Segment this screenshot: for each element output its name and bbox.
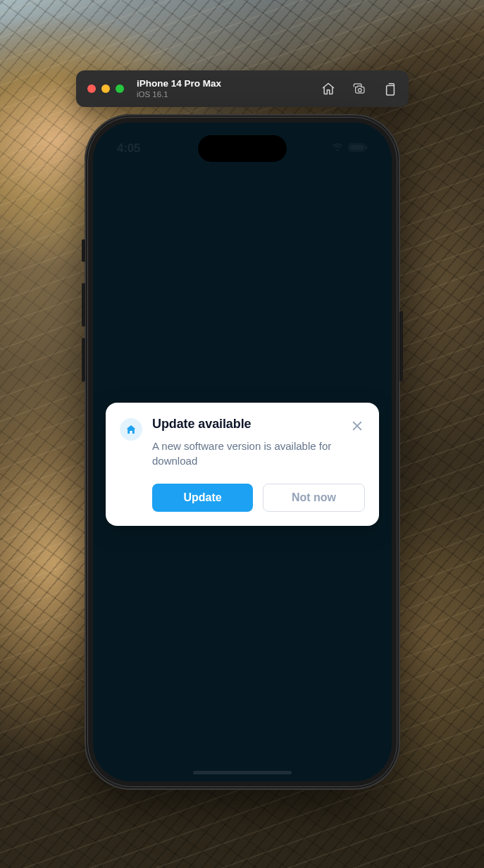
status-indicators — [331, 142, 368, 155]
simulator-title-block: iPhone 14 Pro Max iOS 16.1 — [137, 78, 221, 99]
screenshot-icon[interactable] — [352, 82, 366, 96]
silence-switch[interactable] — [82, 239, 85, 262]
not-now-button[interactable]: Not now — [263, 484, 365, 512]
home-icon[interactable] — [321, 82, 335, 96]
svg-point-0 — [358, 89, 361, 92]
volume-up-button[interactable] — [82, 283, 85, 327]
wifi-icon — [331, 142, 344, 155]
modal-title: Update available — [152, 417, 341, 432]
iphone-device-frame: 4:05 — [85, 114, 400, 790]
update-modal: Update available A new software version … — [106, 403, 379, 526]
close-icon[interactable] — [351, 420, 365, 434]
home-indicator[interactable] — [193, 771, 292, 774]
close-window-button[interactable] — [87, 84, 96, 93]
simulator-device-name: iPhone 14 Pro Max — [137, 78, 221, 89]
modal-description: A new software version is available for … — [152, 439, 341, 468]
dynamic-island — [198, 135, 287, 162]
house-icon — [120, 418, 142, 441]
simulator-toolbar: iPhone 14 Pro Max iOS 16.1 — [76, 70, 409, 107]
battery-icon — [348, 142, 368, 155]
svg-rect-4 — [366, 146, 367, 149]
power-button[interactable] — [399, 311, 403, 382]
rotate-icon[interactable] — [383, 82, 397, 96]
simulator-os-version: iOS 16.1 — [137, 90, 221, 99]
simulator-actions — [321, 82, 397, 96]
window-controls — [87, 84, 124, 93]
svg-rect-3 — [350, 145, 364, 151]
minimize-window-button[interactable] — [101, 84, 110, 93]
device-screen: 4:05 — [93, 122, 392, 781]
status-time: 4:05 — [117, 141, 140, 156]
fullscreen-window-button[interactable] — [116, 84, 124, 93]
update-button[interactable]: Update — [152, 484, 253, 512]
svg-rect-1 — [387, 86, 395, 96]
volume-down-button[interactable] — [82, 338, 85, 382]
